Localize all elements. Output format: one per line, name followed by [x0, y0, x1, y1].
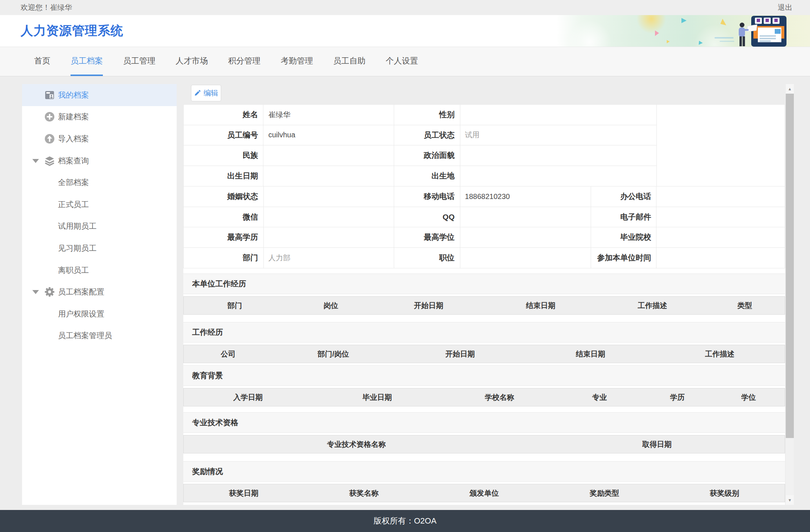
section-title-qualifications: 专业技术资格 — [183, 412, 785, 433]
column-header: 专业技术资格名称 — [184, 439, 529, 449]
sidebar-subitem-label: 用户权限设置 — [22, 309, 104, 319]
field-label: 移动电话 — [394, 187, 460, 207]
page-footer: 版权所有：O2OA — [0, 510, 810, 532]
column-header: 专业 — [557, 392, 642, 402]
field-value — [460, 207, 591, 227]
app-title: 人力资源管理系统 — [21, 15, 123, 47]
sidebar-item-trainee-employees[interactable]: 见习期员工 — [22, 237, 177, 259]
form-row: 员工编号 cuilvhua 员工状态 试用 — [184, 125, 656, 146]
column-header: 学位 — [713, 392, 785, 402]
scroll-up-icon[interactable]: ▲ — [786, 84, 794, 94]
vertical-scrollbar[interactable]: ▲ ▼ — [786, 84, 794, 505]
field-value — [264, 187, 394, 207]
section-header-qualifications: 专业技术资格名称 取得日期 — [183, 435, 785, 453]
column-header: 获奖日期 — [184, 488, 304, 498]
sidebar-subitem-label: 员工档案管理员 — [22, 330, 112, 341]
sidebar-item-import-file[interactable]: 导入档案 — [22, 128, 177, 150]
field-label: 最高学位 — [394, 227, 460, 247]
sidebar-item-archive-config[interactable]: 员工档案配置 — [22, 281, 177, 303]
column-header: 学历 — [642, 392, 712, 402]
column-header: 获奖名称 — [304, 488, 424, 498]
sidebar-item-user-permissions[interactable]: 用户权限设置 — [22, 303, 177, 325]
caret-down-icon[interactable] — [32, 290, 39, 294]
column-header: 开始日期 — [376, 301, 481, 311]
field-label: 部门 — [184, 248, 264, 268]
tab-personal-settings[interactable]: 个人设置 — [386, 47, 418, 76]
profile-panel: 姓名 崔绿华 性别 员工编号 cuilvhua 员工状态 试用 民族 — [183, 104, 785, 505]
sidebar-item-new-file[interactable]: 新建档案 — [22, 106, 177, 128]
confetti-triangle — [681, 18, 687, 23]
field-value — [656, 187, 784, 207]
tab-employee-archive[interactable]: 员工档案 — [71, 47, 103, 76]
sidebar-item-regular-employees[interactable]: 正式员工 — [22, 193, 177, 216]
sidebar-item-all-archives[interactable]: 全部档案 — [22, 171, 177, 193]
column-header: 获奖级别 — [665, 488, 785, 498]
sidebar-item-my-file[interactable]: 我的档案 — [22, 84, 177, 106]
field-label: 出生地 — [394, 166, 460, 187]
caret-down-icon[interactable] — [32, 159, 39, 163]
field-label: 婚姻状态 — [184, 187, 264, 207]
tab-attendance[interactable]: 考勤管理 — [281, 47, 313, 76]
field-value — [264, 227, 394, 247]
sidebar-subitem-label: 全部档案 — [22, 177, 89, 188]
column-header: 颁发单位 — [424, 488, 544, 498]
form-row: 民族 政治面貌 — [184, 145, 656, 166]
column-header: 学校名称 — [442, 392, 557, 402]
scrollbar-thumb[interactable] — [786, 94, 794, 438]
copyright-text: 版权所有：O2OA — [374, 515, 436, 526]
tab-home[interactable]: 首页 — [34, 47, 50, 76]
sidebar-item-label: 新建档案 — [22, 112, 89, 122]
tab-talent-market[interactable]: 人才市场 — [176, 47, 208, 76]
field-label: 微信 — [184, 207, 264, 227]
upload-circle-icon — [44, 133, 55, 144]
field-value — [264, 207, 394, 227]
plus-circle-icon — [44, 111, 55, 122]
field-value — [656, 207, 784, 227]
column-header: 奖励类型 — [544, 488, 665, 498]
column-header: 部门 — [184, 301, 286, 311]
column-header: 毕业日期 — [312, 392, 442, 402]
field-value — [460, 105, 656, 125]
section-header-work-history: 公司 部门/岗位 开始日期 结束日期 工作描述 — [183, 345, 785, 363]
logout-link[interactable]: 退出 — [778, 3, 792, 12]
field-value — [460, 166, 656, 187]
column-header: 岗位 — [286, 301, 376, 311]
field-label: 最高学历 — [184, 227, 264, 247]
pencil-icon — [194, 90, 201, 97]
form-row: 部门 人力部 职位 参加本单位时间 — [184, 248, 785, 268]
layers-icon — [44, 155, 55, 166]
sidebar: 我的档案 新建档案 导入档案 — [22, 84, 177, 505]
kiosk-graphic — [751, 16, 786, 47]
tab-points-manage[interactable]: 积分管理 — [228, 47, 260, 76]
field-label: 姓名 — [184, 105, 263, 125]
app-header: 人力资源管理系统 — [0, 15, 810, 47]
form-row: 姓名 崔绿华 性别 — [184, 105, 656, 125]
field-label: 员工状态 — [394, 125, 460, 145]
sidebar-item-departed-employees[interactable]: 离职员工 — [22, 259, 177, 281]
field-value: 崔绿华 — [263, 105, 394, 125]
edit-button[interactable]: 编辑 — [191, 85, 221, 101]
sidebar-item-archive-query[interactable]: 档案查询 — [22, 150, 177, 172]
column-header: 开始日期 — [394, 349, 526, 359]
field-value — [460, 145, 656, 166]
scroll-down-icon[interactable]: ▼ — [786, 495, 794, 505]
sidebar-item-probation-employees[interactable]: 试用期员工 — [22, 216, 177, 238]
field-value — [263, 145, 394, 166]
edit-button-label: 编辑 — [204, 88, 218, 98]
field-label: 电子邮件 — [591, 207, 656, 227]
tab-employee-manage[interactable]: 员工管理 — [123, 47, 155, 76]
tab-self-service[interactable]: 员工自助 — [333, 47, 366, 76]
form-row: 微信 QQ 电子邮件 — [184, 207, 785, 228]
sidebar-item-archive-admin[interactable]: 员工档案管理员 — [22, 325, 177, 347]
column-header: 工作描述 — [655, 349, 785, 359]
section-title-work-history: 工作经历 — [183, 322, 785, 343]
field-value: 人力部 — [264, 248, 394, 268]
sidebar-item-label: 导入档案 — [22, 134, 89, 144]
field-label: 职位 — [394, 248, 460, 268]
column-header: 结束日期 — [481, 301, 600, 311]
section-title-education: 教育背景 — [183, 365, 785, 386]
column-header: 取得日期 — [529, 439, 785, 449]
field-value — [460, 248, 591, 268]
section-title-awards: 奖励情况 — [183, 461, 785, 482]
gear-icon — [44, 286, 55, 297]
